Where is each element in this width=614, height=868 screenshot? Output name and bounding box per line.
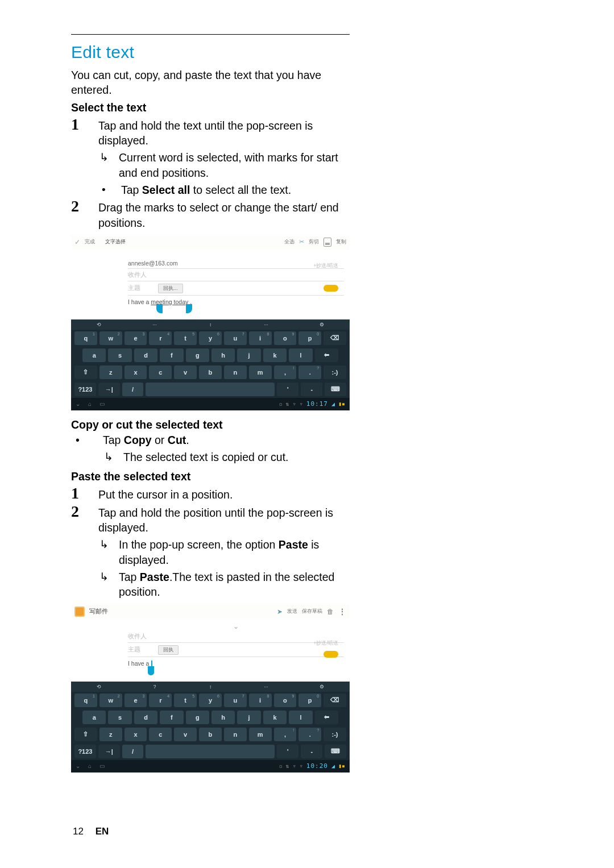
sub-text: In the pop-up screen, the option Paste i… [119, 537, 350, 567]
key-enter: ⬅ [315, 711, 338, 724]
status-icons: ▫ ⇅ ▿ ▿ [279, 763, 303, 769]
toggle-pill [323, 285, 338, 292]
key-slash: / [122, 745, 144, 758]
step-body: Tap and hold the text until the pop-scre… [98, 118, 350, 198]
copy-bullet-text: Tap Copy or Cut. ↳ The selected text is … [103, 433, 350, 465]
keyboard: q1w2e3r4t5y6u7i8o9p0⌫asdfghjkl⬅⇧zxcvbnm,… [71, 330, 350, 398]
key-e: e3 [125, 693, 147, 707]
key-z: z [99, 366, 122, 379]
key-lang: →| [98, 383, 120, 396]
key-f: f [160, 348, 183, 362]
key-enter: ⬅ [315, 348, 338, 362]
step-number: 1 [71, 115, 98, 132]
key-dash: - [301, 383, 322, 396]
toggle-pill-2 [323, 651, 338, 658]
app-icon [74, 607, 85, 617]
key-.: .? [298, 366, 321, 379]
step-text: Tap and hold the position until the pop-… [98, 505, 350, 535]
key-h: h [211, 348, 235, 362]
subject-tag-2: 回执 [158, 645, 179, 655]
clock: 10:17 [306, 400, 328, 408]
nav-recent-icon: ▭ [99, 401, 105, 407]
add-cc: +抄送/暗送 [313, 262, 338, 269]
subject-label-2: 主题 [128, 646, 154, 654]
key-v: v [174, 728, 197, 741]
t: Cut [168, 434, 186, 446]
add-cc-2: +抄送/暗送 [313, 639, 338, 647]
nav-recent-icon: ▭ [99, 763, 105, 769]
paste-head: Paste the selected text [71, 470, 350, 483]
key-t: t5 [174, 693, 197, 707]
email-body: I have a meeting today . [128, 296, 344, 316]
cursor-handle [148, 666, 154, 675]
topbar-done: 完成 [85, 238, 95, 246]
key-lang: →| [98, 745, 120, 758]
step-text: Tap and hold the text until the pop-scre… [98, 118, 350, 148]
key-y: y6 [199, 693, 222, 707]
key-d: d [134, 711, 157, 724]
step-text: Put the cursor in a position. [98, 487, 350, 502]
key-q: q1 [74, 331, 97, 345]
bullet-icon: • [98, 182, 121, 197]
email-body-2: I have a [128, 657, 344, 678]
key-u: u7 [224, 331, 247, 345]
result-arrow-icon: ↳ [98, 150, 119, 180]
done-icon: ✓ [74, 238, 80, 246]
key-k: k [263, 348, 287, 362]
key-smile: :-) [323, 728, 346, 741]
step-sub: ↳Tap Paste.The text is pasted in the sel… [98, 570, 350, 600]
nav-home-icon: ⌂ [88, 401, 92, 407]
key-h: h [211, 711, 235, 724]
body-pre: I have a [128, 298, 151, 305]
key-y: y6 [199, 331, 222, 345]
key-.: .? [298, 728, 321, 741]
android-navbar: ⌄⌂▭ ▫ ⇅ ▿ ▿10:17◢▮▪ [71, 398, 350, 410]
t: Tap [103, 434, 124, 446]
shot1-topbar: ✓ 完成 文字选择 全选 ✂ 剪切 复制 [71, 235, 350, 250]
topbar-title: 文字选择 [105, 238, 126, 246]
t: . [186, 434, 189, 446]
page-number: 12 [73, 826, 84, 837]
key-j: j [237, 348, 260, 362]
section-rule [71, 34, 350, 35]
key-g: g [186, 348, 209, 362]
select-steps: 1Tap and hold the text until the pop-scr… [71, 115, 350, 230]
clock-2: 10:20 [306, 762, 328, 770]
key-u: u7 [224, 693, 247, 707]
step-text: Drag the marks to select or change the s… [98, 200, 350, 230]
nav-down-icon: ⌄ [76, 763, 80, 769]
key-i: i8 [249, 693, 272, 707]
wifi-icon: ◢ [331, 401, 335, 407]
recipient-label-2: 收件人 [128, 633, 154, 641]
wifi-icon: ◢ [331, 763, 335, 769]
intro-text: You can cut, copy, and paste the text th… [71, 68, 350, 98]
page-lang: EN [96, 826, 109, 837]
key-kbd: ⌨ [325, 745, 346, 758]
key-shift: ⇧ [74, 366, 97, 379]
key-s: s [108, 711, 131, 724]
battery-icon: ▮▪ [338, 401, 345, 407]
key-backspace: ⌫ [323, 693, 346, 707]
key-w: w2 [99, 693, 122, 707]
chevron-down-icon: ⌄ [128, 622, 344, 630]
key-slash: / [122, 383, 144, 396]
paste-steps: 1Put the cursor in a position.2Tap and h… [71, 484, 350, 599]
key-r: r4 [149, 331, 172, 345]
subject-tag: 回执... [158, 284, 183, 293]
key-n: n [224, 728, 247, 741]
email-form-2: ⌄ +抄送/暗送 收件人 主题 回执 I have a [71, 619, 350, 682]
step-body: Put the cursor in a position. [98, 487, 350, 502]
nav-down-icon: ⌄ [76, 401, 80, 407]
screenshot-paste: 写邮件 ➤ 发送 保存草稿 🗑 ⋮ ⌄ +抄送/暗送 收件人 主题 回执 I h… [71, 604, 350, 773]
key-m: m [249, 366, 272, 379]
t: Copy [124, 434, 152, 446]
key-q: q1 [74, 693, 97, 707]
screenshot-select: ✓ 完成 文字选择 全选 ✂ 剪切 复制 annesle@163.com +抄送… [71, 235, 350, 410]
key-t: t5 [174, 331, 197, 345]
sub-text: Current word is selected, with marks for… [119, 150, 350, 180]
result-arrow-icon: ↳ [98, 537, 119, 567]
send-label: 发送 [287, 608, 297, 615]
key-l: l [289, 711, 312, 724]
key-x: x [125, 728, 147, 741]
step-body: Drag the marks to select or change the s… [98, 200, 350, 230]
